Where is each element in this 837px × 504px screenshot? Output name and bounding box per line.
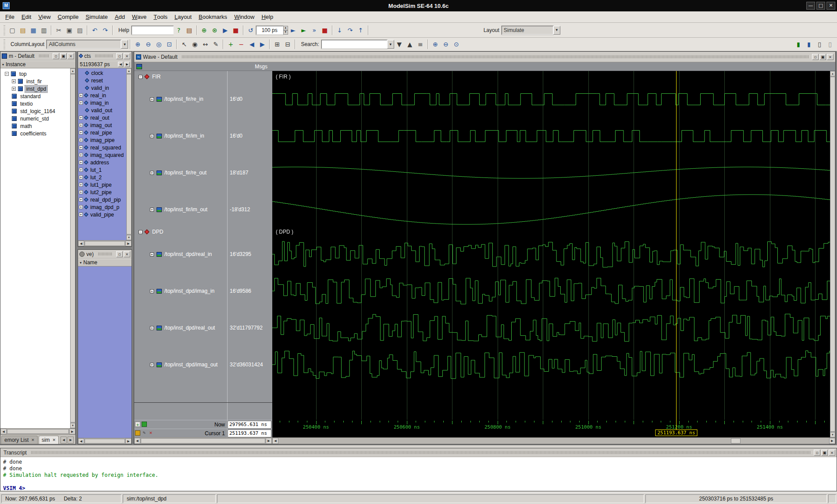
print-icon[interactable]: ▥ <box>39 25 49 35</box>
continue-run-icon[interactable]: ► <box>299 25 309 35</box>
name-panel-titlebar[interactable]: ve) ▫ × <box>78 250 132 259</box>
wave-signal-row[interactable]: +/top/inst_fir/im_out <box>150 205 207 214</box>
sim-tree-hscrollbar[interactable]: ◀ ▶ <box>0 428 75 434</box>
menu-help[interactable]: Help <box>258 11 277 22</box>
object-item-imag_in[interactable]: +imag_in <box>79 99 132 106</box>
columnlayout-select[interactable]: AllColumns▼ <box>46 40 128 49</box>
collapse-groups-icon[interactable]: ⊟ <box>282 39 293 50</box>
expand-signal-icon[interactable]: + <box>150 97 154 101</box>
cut-icon[interactable]: ✂ <box>53 25 64 35</box>
zoom-out-alt-icon[interactable]: ⊖ <box>441 39 451 50</box>
object-item-imag_dpd_p[interactable]: +imag_dpd_p <box>79 203 132 211</box>
objects-panel-drag-handle[interactable] <box>95 54 113 57</box>
zoom-in-icon[interactable]: ⊕ <box>132 39 143 50</box>
tab-scroll-right-icon[interactable]: ▶ <box>68 437 74 444</box>
expand-signal-icon[interactable]: + <box>150 289 154 293</box>
object-item-clock[interactable]: clock <box>79 69 132 77</box>
expand-icon[interactable]: + <box>12 79 16 83</box>
help-search-icon[interactable]: ? <box>174 25 184 35</box>
object-item-real_dpd_pip[interactable]: +real_dpd_pip <box>79 196 132 203</box>
menu-bookmarks[interactable]: Bookmarks <box>195 11 231 22</box>
wave-dock-button[interactable]: ▫ <box>812 54 819 60</box>
tab-sim[interactable]: sim✕ <box>39 436 59 444</box>
zoom-in-alt-icon[interactable]: ⊕ <box>430 39 441 50</box>
tree-item-std_logic_1164[interactable]: std_logic_1164 <box>5 107 57 115</box>
wave-signal-row[interactable]: +/top/inst_fir/re_in <box>150 95 203 103</box>
show-names-pane-icon[interactable]: ▮ <box>793 39 804 50</box>
copy-icon[interactable]: ▣ <box>64 25 75 35</box>
transcript-close-button[interactable]: × <box>829 450 835 456</box>
scroll-left-icon[interactable]: ◀ <box>78 438 84 444</box>
close-tab-icon[interactable]: ✕ <box>53 438 56 442</box>
expand-icon[interactable]: + <box>79 123 83 127</box>
wave-titlebar[interactable]: ~ Wave - Default ▫ ▣ × <box>134 52 835 62</box>
expand-icon[interactable]: + <box>79 190 83 194</box>
object-item-imag_pipe[interactable]: +imag_pipe <box>79 136 132 144</box>
scroll-left-icon[interactable]: ◀ <box>272 438 278 444</box>
scrollbar-thumb[interactable] <box>731 438 741 444</box>
scroll-right-icon[interactable]: ▶ <box>125 241 132 246</box>
resize-grip[interactable] <box>828 494 836 503</box>
object-item-reset[interactable]: reset <box>79 77 132 84</box>
sim-panel-drag-handle[interactable] <box>39 54 49 57</box>
run-length-input-spinners[interactable]: ▲▼ <box>283 26 288 35</box>
scrollbar-thumb[interactable] <box>830 77 835 432</box>
delete-cursor-icon[interactable]: − <box>236 39 246 50</box>
toolbar-grip[interactable] <box>4 25 5 35</box>
zoom-out-icon[interactable]: ⊖ <box>143 39 153 50</box>
run-length-input[interactable]: 100 ps▲▼ <box>256 26 288 35</box>
transcript-dock-button[interactable]: ▫ <box>814 450 820 456</box>
spin-down-icon[interactable]: ▼ <box>283 30 288 35</box>
prev-transition-icon[interactable]: ◀ <box>246 39 257 50</box>
open-folder-icon[interactable]: ▤ <box>18 25 28 35</box>
edit-mode-icon[interactable]: ✎ <box>210 39 221 50</box>
scroll-right-icon[interactable]: ▶ <box>266 438 272 444</box>
expand-signal-icon[interactable]: + <box>150 363 154 367</box>
expand-icon[interactable]: + <box>79 183 83 187</box>
scrollbar-thumb[interactable] <box>85 241 125 246</box>
wave-signal-row[interactable]: +/top/inst_dpd/real_out <box>150 323 215 332</box>
objects-hscrollbar[interactable]: ◀ ▶ <box>78 240 132 246</box>
scrollbar-thumb[interactable] <box>70 74 75 422</box>
objects-panel-titlebar[interactable]: cts ▫ × <box>78 52 132 60</box>
tree-item-coefficients[interactable]: coefficients <box>5 130 48 137</box>
objects-panel-dock-button[interactable]: ▫ <box>116 53 123 59</box>
show-waves-pane-icon[interactable]: ▯ <box>814 39 825 50</box>
object-item-imag_squared[interactable]: +imag_squared <box>79 151 132 159</box>
sim-tree-vscrollbar[interactable]: ▲ ▼ <box>70 68 75 428</box>
wave-group-fir[interactable]: −FIR <box>139 72 160 81</box>
new-file-icon[interactable]: ▢ <box>7 25 18 35</box>
expand-icon[interactable]: + <box>79 116 83 120</box>
object-item-valid_out[interactable]: valid_out <box>79 106 132 114</box>
collapse-group-icon[interactable]: − <box>139 75 142 79</box>
scroll-down-icon[interactable]: ▼ <box>70 423 75 428</box>
expand-icon[interactable]: + <box>79 175 83 179</box>
scrollbar-thumb[interactable] <box>126 74 132 234</box>
tab-emory-list[interactable]: emory List✕ <box>1 436 38 444</box>
wave-signal-row[interactable]: +/top/inst_dpd/imag_in <box>150 287 214 295</box>
collapse-icon[interactable]: − <box>5 72 9 76</box>
expand-icon[interactable]: + <box>79 198 83 202</box>
expand-icon[interactable]: + <box>79 131 83 135</box>
transcript-maximize-button[interactable]: ▣ <box>821 450 828 456</box>
break-icon[interactable]: ■ <box>231 25 241 35</box>
wave-signal-row[interactable]: +/top/inst_dpd/real_in <box>150 250 212 259</box>
menu-compile[interactable]: Compile <box>54 11 82 22</box>
menu-add[interactable]: Add <box>111 11 128 22</box>
menu-file[interactable]: File <box>2 11 18 22</box>
spin-up-icon[interactable]: ▲ <box>283 26 288 30</box>
name-panel-close-button[interactable]: × <box>124 251 130 257</box>
scrollbar-thumb[interactable] <box>85 439 125 444</box>
object-item-real_in[interactable]: +real_in <box>79 92 132 99</box>
close-button[interactable]: ✕ <box>826 2 835 10</box>
wave-signal-row[interactable]: +/top/inst_dpd/imag_out <box>150 360 217 369</box>
select-mode-icon[interactable]: ↖ <box>179 39 189 50</box>
object-item-lut2_pipe[interactable]: +lut2_pipe <box>79 188 132 196</box>
dropdown-arrow-icon[interactable]: ▼ <box>121 40 128 49</box>
wave-vscrollbar[interactable]: ▲ ▼ <box>830 71 835 437</box>
menu-edit[interactable]: Edit <box>18 11 35 22</box>
wave-maximize-button[interactable]: ▣ <box>819 54 826 60</box>
layout-select-value[interactable]: Simulate <box>502 26 553 35</box>
scroll-right-icon[interactable]: ▶ <box>125 438 132 444</box>
menu-window[interactable]: Window <box>231 11 258 22</box>
